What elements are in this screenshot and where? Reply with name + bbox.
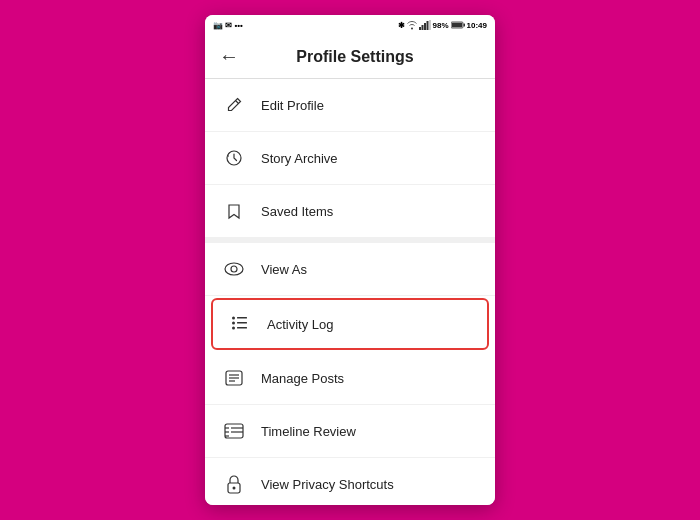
signal-icon: [419, 20, 431, 30]
time-display: 10:49: [467, 21, 487, 30]
view-privacy-label: View Privacy Shortcuts: [261, 477, 394, 492]
menu-item-manage-posts[interactable]: Manage Posts: [205, 352, 495, 405]
svg-point-29: [233, 487, 236, 490]
svg-rect-2: [424, 23, 426, 30]
svg-rect-0: [419, 27, 421, 30]
timeline-icon: [221, 418, 247, 444]
back-button[interactable]: ←: [219, 45, 239, 68]
status-icons-left: 📷 ✉ •••: [213, 21, 243, 30]
view-as-label: View As: [261, 262, 307, 277]
svg-rect-13: [237, 327, 247, 329]
menu-item-view-privacy[interactable]: View Privacy Shortcuts: [205, 458, 495, 505]
status-right: ✱ 98%: [398, 20, 487, 30]
eye-icon: [221, 256, 247, 282]
battery-percent: 98%: [433, 21, 449, 30]
bookmark-icon: [221, 198, 247, 224]
manage-posts-label: Manage Posts: [261, 371, 344, 386]
svg-rect-6: [463, 24, 465, 27]
text-icon: [221, 365, 247, 391]
wifi-icon: [407, 20, 417, 30]
svg-point-14: [232, 317, 235, 320]
page-header: ← Profile Settings: [205, 35, 495, 79]
svg-rect-4: [429, 20, 431, 30]
battery-icon: [451, 21, 465, 29]
svg-point-10: [231, 266, 237, 272]
menu-content: Edit Profile Story Archive: [205, 79, 495, 505]
svg-rect-7: [451, 23, 461, 27]
story-archive-label: Story Archive: [261, 151, 338, 166]
svg-rect-1: [421, 25, 423, 30]
svg-rect-3: [426, 21, 428, 30]
menu-item-edit-profile[interactable]: Edit Profile: [205, 79, 495, 132]
menu-item-story-archive[interactable]: Story Archive: [205, 132, 495, 185]
page-title: Profile Settings: [249, 48, 461, 66]
menu-item-view-as[interactable]: View As: [205, 243, 495, 296]
lock-icon: [221, 471, 247, 497]
edit-profile-label: Edit Profile: [261, 98, 324, 113]
menu-item-timeline-review[interactable]: Timeline Review: [205, 405, 495, 458]
bluetooth-icon: ✱: [398, 21, 405, 30]
menu-group-2: View As Activity Log: [205, 243, 495, 505]
clock-icon: [221, 145, 247, 171]
menu-item-saved-items[interactable]: Saved Items: [205, 185, 495, 237]
svg-point-9: [225, 263, 243, 275]
svg-rect-12: [237, 322, 247, 324]
menu-item-activity-log[interactable]: Activity Log: [211, 298, 489, 350]
list-icon: [227, 311, 253, 337]
timeline-review-label: Timeline Review: [261, 424, 356, 439]
svg-rect-11: [237, 317, 247, 319]
activity-log-label: Activity Log: [267, 317, 333, 332]
status-left: 📷 ✉ •••: [213, 21, 243, 30]
phone-container: 📷 ✉ ••• ✱ 98%: [205, 15, 495, 505]
svg-point-16: [232, 327, 235, 330]
pencil-icon: [221, 92, 247, 118]
svg-point-15: [232, 322, 235, 325]
menu-group-1: Edit Profile Story Archive: [205, 79, 495, 237]
saved-items-label: Saved Items: [261, 204, 333, 219]
activity-log-wrapper: Activity Log: [205, 298, 495, 350]
status-bar: 📷 ✉ ••• ✱ 98%: [205, 15, 495, 35]
